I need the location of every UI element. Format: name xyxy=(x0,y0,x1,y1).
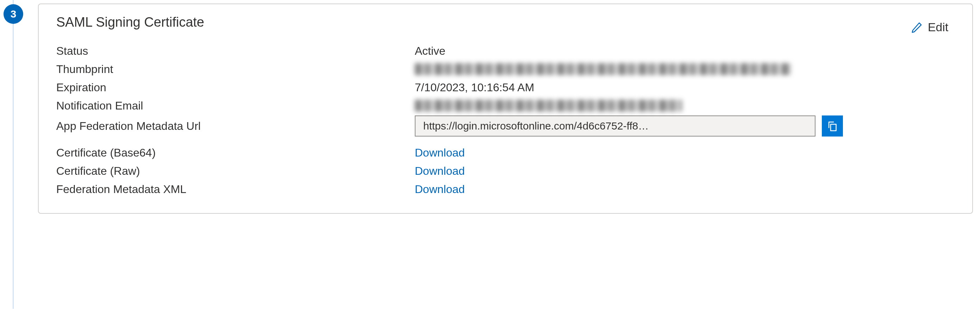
row-metadata-url: App Federation Metadata Url https://logi… xyxy=(56,115,955,137)
saml-signing-certificate-card: SAML Signing Certificate Edit Status Act… xyxy=(38,3,973,214)
card-title: SAML Signing Certificate xyxy=(56,15,955,30)
copy-icon xyxy=(826,120,838,132)
svg-rect-0 xyxy=(830,124,836,131)
edit-button[interactable]: Edit xyxy=(908,19,951,35)
download-cert-raw-link[interactable]: Download xyxy=(415,165,465,177)
copy-url-button[interactable] xyxy=(822,116,843,136)
row-notification-email: Notification Email xyxy=(56,97,955,115)
step-connector xyxy=(13,0,14,309)
fed-xml-label: Federation Metadata XML xyxy=(56,183,415,196)
download-fed-xml-link[interactable]: Download xyxy=(415,183,465,196)
status-value: Active xyxy=(415,44,955,57)
download-cert-base64-link[interactable]: Download xyxy=(415,146,465,159)
expiration-label: Expiration xyxy=(56,81,415,94)
pencil-icon xyxy=(911,21,923,33)
step-number-badge: 3 xyxy=(3,4,23,24)
status-label: Status xyxy=(56,44,415,57)
row-cert-raw: Certificate (Raw) Download xyxy=(56,162,955,180)
thumbprint-label: Thumbprint xyxy=(56,63,415,76)
row-thumbprint: Thumbprint xyxy=(56,60,955,78)
row-cert-base64: Certificate (Base64) Download xyxy=(56,144,955,162)
expiration-value: 7/10/2023, 10:16:54 AM xyxy=(415,81,955,94)
thumbprint-value-redacted xyxy=(415,63,791,75)
notification-email-label: Notification Email xyxy=(56,99,415,112)
cert-raw-label: Certificate (Raw) xyxy=(56,165,415,177)
row-fed-xml: Federation Metadata XML Download xyxy=(56,180,955,198)
notification-email-value-redacted xyxy=(415,100,682,112)
cert-base64-label: Certificate (Base64) xyxy=(56,146,415,159)
metadata-url-label: App Federation Metadata Url xyxy=(56,120,415,133)
row-expiration: Expiration 7/10/2023, 10:16:54 AM xyxy=(56,78,955,97)
edit-button-label: Edit xyxy=(928,21,948,34)
metadata-url-input[interactable]: https://login.microsoftonline.com/4d6c67… xyxy=(415,116,816,136)
row-status: Status Active xyxy=(56,42,955,60)
